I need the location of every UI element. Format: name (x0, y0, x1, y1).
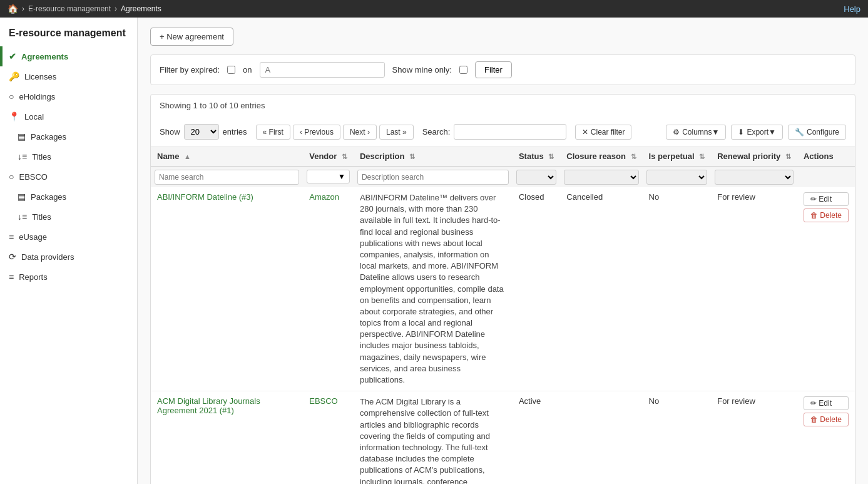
columns-button[interactable]: ⚙ Columns▼ (666, 125, 726, 140)
sidebar-item-reports[interactable]: ≡ Reports (0, 267, 137, 287)
edit-button-0[interactable]: ✏ Edit (804, 192, 849, 206)
sidebar-item-local[interactable]: 📍 Local (0, 106, 137, 126)
sidebar-item-eholdings[interactable]: ○ eHoldings (0, 86, 137, 106)
previous-button[interactable]: ‹ Previous (293, 125, 340, 140)
vendor-link-0[interactable]: Amazon (309, 192, 339, 202)
action-buttons-1: ✏ Edit 🗑 Delete (804, 396, 849, 426)
new-agreement-label: + New agreement (160, 32, 224, 41)
cell-name-0: ABI/INFORM Dateline (#3) (151, 187, 303, 391)
status-filter-select[interactable] (516, 170, 556, 185)
vendor-filter-dropdown[interactable]: ▼ (307, 170, 350, 183)
sidebar-item-local-packages[interactable]: ▤ Packages (0, 126, 137, 147)
sidebar-item-ebsco-packages[interactable]: ▤ Packages (0, 187, 137, 207)
perpetual-filter-select[interactable] (646, 170, 708, 185)
breadcrumb-separator: › (22, 4, 24, 13)
main-content: + New agreement Filter by expired: on Sh… (138, 18, 868, 484)
eusage-icon: ≡ (9, 232, 14, 242)
filter-closure-cell (560, 167, 642, 187)
filter-vendor-cell: ▼ (303, 167, 354, 187)
name-sort-icon: ▲ (184, 153, 191, 160)
sidebar-item-agreements[interactable]: ✔ Agreements (0, 46, 137, 66)
table-row: ABI/INFORM Dateline (#3) Amazon ABI/INFO… (151, 187, 855, 391)
breadcrumb: 🏠 › E-resource management › Agreements (8, 4, 161, 14)
filter-expired-label: Filter by expired: (160, 65, 220, 75)
col-closure-reason[interactable]: Closure reason ⇅ (560, 147, 642, 167)
cell-description-1: The ACM Digital Library is a comprehensi… (354, 391, 513, 484)
export-label: Export▼ (747, 128, 776, 136)
col-vendor[interactable]: Vendor ⇅ (303, 147, 354, 167)
col-description[interactable]: Description ⇅ (354, 147, 513, 167)
filter-date-input[interactable] (260, 62, 385, 78)
show-mine-only-checkbox[interactable] (459, 66, 467, 74)
new-agreement-button[interactable]: + New agreement (150, 28, 233, 46)
configure-button[interactable]: 🔧 Configure (788, 125, 846, 140)
cell-actions-1: ✏ Edit 🗑 Delete (797, 391, 855, 484)
description-filter-input[interactable] (357, 170, 509, 185)
table-filter-row: ▼ (151, 167, 855, 187)
columns-label: Columns▼ (682, 128, 719, 136)
filter-button[interactable]: Filter (475, 61, 512, 78)
sidebar-title: E-resource management (0, 18, 137, 46)
search-area: Search: (422, 124, 567, 140)
ebsco-packages-icon: ▤ (18, 192, 26, 202)
clear-filter-button[interactable]: ✕ Clear filter (575, 125, 631, 140)
entries-select[interactable]: 10 20 50 100 (184, 124, 219, 140)
sidebar-item-data-providers[interactable]: ⟳ Data providers (0, 247, 137, 267)
data-providers-icon: ⟳ (9, 252, 16, 262)
name-filter-input[interactable] (155, 170, 299, 185)
vendor-link-1[interactable]: EBSCO (309, 396, 338, 406)
breadcrumb-current: Agreements (121, 4, 161, 13)
closure-filter-select[interactable] (564, 170, 638, 185)
export-button[interactable]: ⬇ Export▼ (731, 125, 783, 140)
sidebar-label-ebsco-titles: Titles (32, 212, 51, 222)
cell-status-0: Closed (513, 187, 560, 391)
table-controls: Show 10 20 50 100 entries « First ‹ Prev… (151, 118, 855, 147)
cell-closure-1 (560, 391, 642, 484)
configure-label: Configure (807, 128, 839, 136)
description-sort-icon: ⇅ (409, 153, 415, 160)
search-input[interactable] (454, 124, 566, 140)
filter-expired-checkbox[interactable] (227, 66, 235, 74)
show-label: Show (160, 127, 180, 136)
ebsco-icon: ○ (9, 172, 14, 182)
sidebar-label-local-packages: Packages (31, 132, 66, 142)
name-link-1[interactable]: ACM Digital Library Journals Agreement 2… (157, 396, 260, 415)
col-renewal-priority[interactable]: Renewal priority ⇅ (711, 147, 797, 167)
topbar-right: Help (844, 4, 860, 14)
sidebar-item-ebsco-titles[interactable]: ↓≡ Titles (0, 207, 137, 227)
cell-perpetual-0: No (643, 187, 712, 391)
sidebar-label-agreements: Agreements (21, 52, 68, 61)
last-button[interactable]: Last » (379, 125, 414, 140)
cell-actions-0: ✏ Edit 🗑 Delete (797, 187, 855, 391)
showing-info: Showing 1 to 10 of 10 entries (151, 95, 855, 113)
sidebar-item-ebsco[interactable]: ○ EBSCO (0, 167, 137, 187)
filter-renewal-cell (711, 167, 797, 187)
table-header-row: Name ▲ Vendor ⇅ Description ⇅ Status (151, 147, 855, 167)
sidebar-item-licenses[interactable]: 🔑 Licenses (0, 66, 137, 86)
renewal-value-0: For review (717, 192, 755, 202)
cell-status-1: Active (513, 391, 560, 484)
next-button[interactable]: Next › (343, 125, 377, 140)
sidebar-item-eusage[interactable]: ≡ eUsage (0, 227, 137, 247)
action-buttons-0: ✏ Edit 🗑 Delete (804, 192, 849, 222)
sidebar-item-local-titles[interactable]: ↓≡ Titles (0, 147, 137, 167)
renewal-filter-select[interactable] (715, 170, 794, 185)
cell-vendor-1: EBSCO (303, 391, 354, 484)
col-name[interactable]: Name ▲ (151, 147, 303, 167)
delete-button-1[interactable]: 🗑 Delete (804, 413, 849, 426)
home-icon[interactable]: 🏠 (8, 4, 18, 14)
edit-button-1[interactable]: ✏ Edit (804, 396, 849, 410)
delete-button-0[interactable]: 🗑 Delete (804, 209, 849, 222)
status-sort-icon: ⇅ (548, 153, 554, 160)
breadcrumb-parent[interactable]: E-resource management (28, 4, 111, 13)
sidebar-label-ebsco: EBSCO (19, 172, 48, 182)
col-is-perpetual[interactable]: Is perpetual ⇅ (643, 147, 712, 167)
perpetual-value-0: No (649, 192, 660, 202)
help-link[interactable]: Help (844, 4, 860, 14)
col-actions: Actions (797, 147, 855, 167)
sidebar-label-local: Local (24, 112, 44, 121)
first-button[interactable]: « First (256, 125, 290, 140)
name-link-0[interactable]: ABI/INFORM Dateline (#3) (157, 192, 253, 202)
col-status[interactable]: Status ⇅ (513, 147, 560, 167)
ebsco-titles-icon: ↓≡ (18, 212, 27, 222)
